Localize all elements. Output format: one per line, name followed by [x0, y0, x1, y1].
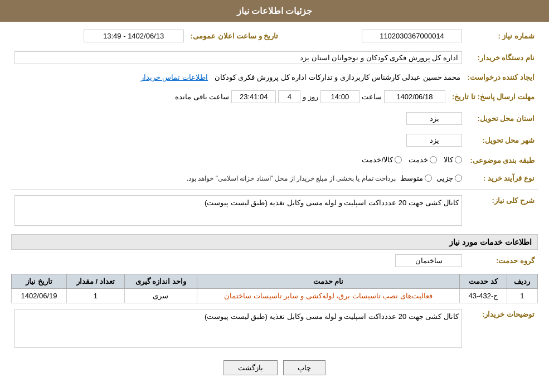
- province-label: استان محل تحویل:: [465, 110, 538, 127]
- buyer-org-label: نام دستگاه خریدار:: [465, 49, 538, 66]
- purchase-type-content: جزیی متوسط پرداخت تمام یا بخشی از مبلغ خ…: [11, 172, 465, 185]
- send-day-box: 4: [278, 90, 300, 103]
- category-khedmat: خدمت: [409, 156, 437, 164]
- purchase-type-row: جزیی متوسط پرداخت تمام یا بخشی از مبلغ خ…: [14, 174, 462, 182]
- date-time-row: 1402/06/18 ساعت 14:00 روز و 4 23:41:04 س…: [14, 90, 445, 103]
- back-button[interactable]: بازگشت: [224, 360, 278, 375]
- cell-date: 1402/06/19: [12, 289, 67, 303]
- buyer-desc-label: توضیحات خریدار:: [465, 307, 538, 352]
- info-table-category: طبقه بندی موضوعی: کالا خدمت: [11, 153, 538, 167]
- services-section-header: اطلاعات خدمات مورد نیاز: [11, 234, 538, 250]
- info-table-city: شهر محل تحویل: یزد: [11, 132, 538, 149]
- buyer-org-box: اداره کل پرورش فکری کودکان و نوجوانان اس…: [14, 51, 462, 64]
- info-table-province: استان محل تحویل: یزد: [11, 110, 538, 127]
- category-kala: کالا: [444, 156, 462, 164]
- purchase-type-label: نوع فرآیند خرید :: [465, 172, 538, 185]
- col-qty: تعداد / مقدار: [67, 274, 125, 289]
- radio-khedmat[interactable]: [430, 156, 437, 163]
- need-number-value: 1102030367000014: [289, 27, 465, 45]
- label-kala: کالا: [444, 156, 453, 164]
- buyer-org-value: اداره کل پرورش فکری کودکان و نوجوانان اس…: [11, 49, 465, 66]
- announcement-label: تاریخ و ساعت اعلان عمومی:: [187, 27, 290, 45]
- info-table-desc: شرح کلی نیاز:: [11, 193, 538, 230]
- info-table-date: مهلت ارسال پاسخ: تا تاریخ: 1402/06/18 سا…: [11, 88, 538, 105]
- cell-name: فعالیت‌های نصب تاسیسات برق، لوله‌کشی و س…: [197, 289, 460, 303]
- category-kala-khedmat: کالا/خدمت: [362, 156, 402, 164]
- page-container: جزئیات اطلاعات نیاز شماره نیاز : 1102030…: [0, 0, 549, 392]
- info-table-creator: ایجاد کننده درخواست: محمد حسین عبدلی کار…: [11, 71, 538, 84]
- label-kala-khedmat: کالا/خدمت: [362, 156, 393, 164]
- need-desc-value: [11, 193, 465, 230]
- need-number-label: شماره نیاز :: [465, 27, 538, 45]
- city-box: یزد: [406, 134, 462, 147]
- service-group-value: ساختمان: [11, 252, 465, 269]
- province-value: یزد: [11, 110, 465, 127]
- creator-link[interactable]: اطلاعات تماس خریدار: [140, 73, 208, 81]
- info-table-buyer-desc: توضیحات خریدار:: [11, 307, 538, 352]
- city-label: شهر محل تحویل:: [465, 132, 538, 149]
- col-unit: واحد اندازه گیری: [124, 274, 197, 289]
- radio-kala[interactable]: [455, 156, 462, 163]
- creator-name: محمد حسین عبدلی کارشناس کاربردازی و تدار…: [215, 73, 461, 81]
- send-time-box: 14:00: [320, 90, 359, 103]
- col-name: نام حدمت: [197, 274, 460, 289]
- cell-qty: 1: [67, 289, 125, 303]
- info-table-buyer: نام دستگاه خریدار: اداره کل پرورش فکری ک…: [11, 49, 538, 66]
- announcement-value: 1402/06/13 - 13:49: [11, 27, 187, 45]
- main-content: شماره نیاز : 1102030367000014 تاریخ و سا…: [0, 22, 549, 389]
- service-group-box: ساختمان: [395, 254, 462, 267]
- announcement-box: 1402/06/13 - 13:49: [84, 30, 184, 42]
- purchase-jozi: جزیی: [436, 174, 462, 182]
- print-button[interactable]: چاپ: [283, 360, 325, 375]
- need-desc-label: شرح کلی نیاز:: [465, 193, 538, 230]
- cell-code: ج-432-43: [460, 289, 507, 303]
- col-index: ردیف: [507, 274, 537, 289]
- service-group-label: گروه حدمت:: [465, 252, 538, 269]
- label-khedmat: خدمت: [409, 156, 428, 164]
- send-date-row: 1402/06/18 ساعت 14:00 روز و 4 23:41:04 س…: [11, 88, 449, 105]
- purchase-note: پرداخت تمام یا بخشی از مبلغ خریدار از مح…: [187, 175, 396, 182]
- info-table-purchase: نوع فرآیند خرید : جزیی متوسط پرداخت تمام…: [11, 172, 538, 185]
- cell-unit: سری: [124, 289, 197, 303]
- cell-index: 1: [507, 289, 537, 303]
- remaining-label: ساعت باقی مانده: [175, 93, 229, 101]
- remaining-time-box: 23:41:04: [231, 90, 276, 103]
- table-row: 1 ج-432-43 فعالیت‌های نصب تاسیسات برق، ل…: [12, 289, 538, 303]
- info-table-top: شماره نیاز : 1102030367000014 تاریخ و سا…: [11, 27, 538, 45]
- send-day-label: روز و: [303, 93, 318, 101]
- province-box: یزد: [406, 112, 462, 125]
- category-options: کالا خدمت کالا/خدمت: [11, 153, 465, 167]
- city-value: یزد: [11, 132, 465, 149]
- page-title: جزئیات اطلاعات نیاز: [237, 6, 313, 16]
- need-number-box: 1102030367000014: [362, 30, 462, 42]
- send-date-box: 1402/06/18: [384, 90, 445, 103]
- category-label: طبقه بندی موضوعی:: [465, 153, 538, 167]
- purchase-motavasset: متوسط: [400, 174, 432, 182]
- info-table-service-group: گروه حدمت: ساختمان: [11, 252, 538, 269]
- col-code: کد حدمت: [460, 274, 507, 289]
- page-header: جزئیات اطلاعات نیاز: [0, 0, 549, 22]
- creator-value: محمد حسین عبدلی کارشناس کاربردازی و تدار…: [11, 71, 464, 84]
- send-time-label: ساعت: [362, 93, 382, 101]
- buyer-desc-textarea[interactable]: [14, 309, 462, 348]
- col-date: تاریخ نیاز: [12, 274, 67, 289]
- category-radio-group: کالا خدمت کالا/خدمت: [362, 156, 462, 164]
- buyer-desc-value: [11, 307, 465, 352]
- need-desc-textarea[interactable]: [14, 195, 462, 226]
- radio-kala-khedmat[interactable]: [395, 156, 402, 163]
- label-motavasset: متوسط: [400, 174, 423, 182]
- services-data-table: ردیف کد حدمت نام حدمت واحد اندازه گیری ت…: [11, 274, 538, 303]
- send-date-label: مهلت ارسال پاسخ: تا تاریخ:: [449, 88, 538, 105]
- label-jozi: جزیی: [436, 174, 453, 182]
- radio-motavasset[interactable]: [425, 175, 432, 182]
- button-row: چاپ بازگشت: [11, 360, 538, 375]
- creator-label: ایجاد کننده درخواست:: [464, 71, 538, 84]
- radio-jozi[interactable]: [455, 175, 462, 182]
